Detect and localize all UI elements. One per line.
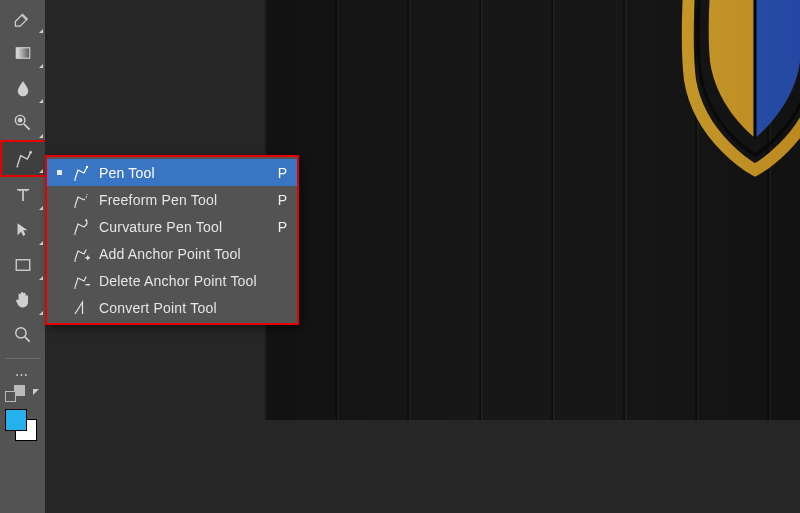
magnifier-icon (13, 325, 32, 344)
pen-icon (72, 164, 90, 182)
freeform-pen-icon (72, 191, 90, 209)
menu-item-shortcut: P (271, 219, 287, 235)
path-selection-tool[interactable] (0, 212, 45, 247)
menu-item-convert-point-tool[interactable]: Convert Point Tool (47, 294, 297, 321)
tools-panel: ⋯ (0, 0, 45, 513)
curvature-pen-icon (72, 218, 90, 236)
svg-rect-4 (16, 259, 30, 270)
hand-tool[interactable] (0, 282, 45, 317)
menu-item-shortcut: P (271, 192, 287, 208)
menu-item-label: Curvature Pen Tool (99, 219, 263, 235)
default-swatches-button[interactable] (0, 385, 45, 401)
pen-tool[interactable] (0, 140, 45, 177)
rectangle-icon (14, 256, 32, 274)
menu-item-label: Add Anchor Point Tool (99, 246, 263, 262)
pen-icon (14, 149, 34, 169)
svg-point-6 (86, 165, 88, 167)
menu-item-curvature-pen-tool[interactable]: Curvature Pen Tool P (47, 213, 297, 240)
photoshop-workspace: ⋯ Pen Tool P (0, 0, 800, 513)
color-swatches[interactable] (0, 406, 45, 446)
svg-point-2 (18, 118, 23, 123)
artwork-shield (670, 0, 800, 180)
toolbar-divider (5, 358, 41, 359)
dodge-icon (13, 113, 32, 132)
edit-toolbar-button[interactable]: ⋯ (0, 365, 45, 383)
type-icon (14, 186, 32, 204)
pen-minus-icon (72, 272, 90, 290)
foreground-color-swatch[interactable] (5, 409, 27, 431)
menu-item-delete-anchor-point-tool[interactable]: Delete Anchor Point Tool (47, 267, 297, 294)
menu-item-shortcut: P (271, 165, 287, 181)
canvas-document[interactable] (265, 0, 800, 420)
blur-tool[interactable] (0, 70, 45, 105)
hand-icon (13, 290, 32, 309)
menu-item-pen-tool[interactable]: Pen Tool P (47, 159, 297, 186)
svg-point-3 (29, 151, 32, 154)
menu-item-label: Freeform Pen Tool (99, 192, 263, 208)
gradient-tool[interactable] (0, 35, 45, 70)
arrow-cursor-icon (14, 221, 31, 238)
type-tool[interactable] (0, 177, 45, 212)
menu-item-add-anchor-point-tool[interactable]: Add Anchor Point Tool (47, 240, 297, 267)
rectangle-shape-tool[interactable] (0, 247, 45, 282)
eraser-tool[interactable] (0, 0, 45, 35)
convert-point-icon (72, 299, 90, 317)
menu-item-freeform-pen-tool[interactable]: Freeform Pen Tool P (47, 186, 297, 213)
eraser-icon (13, 8, 32, 27)
menu-item-label: Delete Anchor Point Tool (99, 273, 263, 289)
svg-point-5 (16, 328, 26, 338)
drop-icon (14, 79, 32, 97)
menu-item-label: Pen Tool (99, 165, 263, 181)
svg-point-7 (85, 219, 87, 221)
menu-item-label: Convert Point Tool (99, 300, 263, 316)
svg-rect-0 (16, 47, 30, 58)
pen-plus-icon (72, 245, 90, 263)
current-tool-marker-icon (57, 170, 62, 175)
zoom-tool[interactable] (0, 317, 45, 352)
gradient-icon (14, 44, 32, 62)
dodge-tool[interactable] (0, 105, 45, 140)
pen-tool-flyout-menu: Pen Tool P Freeform Pen Tool P (45, 155, 299, 325)
